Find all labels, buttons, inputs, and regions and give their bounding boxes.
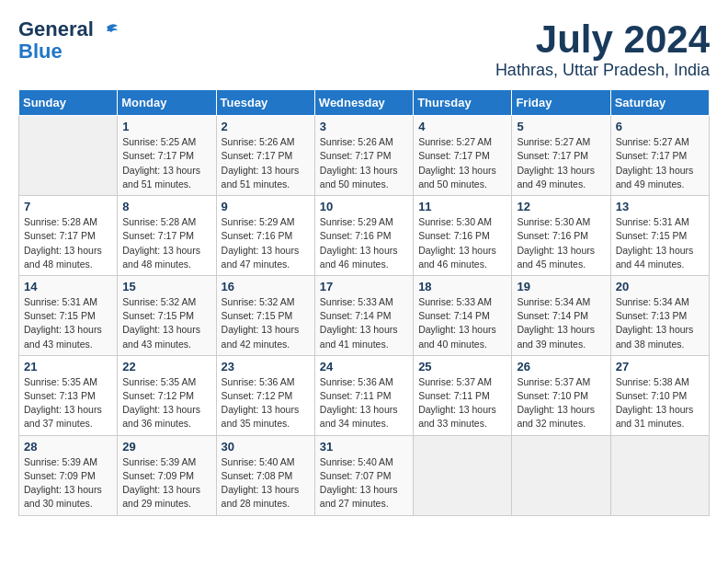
calendar-week-row: 21Sunrise: 5:35 AMSunset: 7:13 PMDayligh… xyxy=(19,355,710,435)
day-number: 19 xyxy=(517,280,605,293)
day-info: Sunrise: 5:27 AMSunset: 7:17 PMDaylight:… xyxy=(517,135,605,191)
day-info: Sunrise: 5:25 AMSunset: 7:17 PMDaylight:… xyxy=(122,135,210,191)
day-number: 31 xyxy=(320,440,408,454)
day-info: Sunrise: 5:27 AMSunset: 7:17 PMDaylight:… xyxy=(418,135,506,191)
day-number: 29 xyxy=(122,440,210,454)
day-info: Sunrise: 5:32 AMSunset: 7:15 PMDaylight:… xyxy=(122,295,210,351)
calendar-week-row: 28Sunrise: 5:39 AMSunset: 7:09 PMDayligh… xyxy=(19,435,710,515)
day-number: 27 xyxy=(616,360,704,373)
col-saturday: Saturday xyxy=(610,90,709,116)
day-number: 14 xyxy=(24,280,112,293)
day-info: Sunrise: 5:27 AMSunset: 7:17 PMDaylight:… xyxy=(616,135,704,191)
table-row: 22Sunrise: 5:35 AMSunset: 7:12 PMDayligh… xyxy=(118,355,216,435)
table-row: 17Sunrise: 5:33 AMSunset: 7:14 PMDayligh… xyxy=(314,275,413,355)
calendar-week-row: 14Sunrise: 5:31 AMSunset: 7:15 PMDayligh… xyxy=(19,275,710,355)
table-row: 5Sunrise: 5:27 AMSunset: 7:17 PMDaylight… xyxy=(512,116,610,196)
day-number: 10 xyxy=(320,200,408,213)
logo-blue: Blue xyxy=(18,40,63,63)
day-info: Sunrise: 5:37 AMSunset: 7:10 PMDaylight:… xyxy=(517,375,605,431)
logo-general: General xyxy=(18,17,94,40)
col-wednesday: Wednesday xyxy=(314,90,413,116)
table-row xyxy=(414,435,512,515)
table-row: 16Sunrise: 5:32 AMSunset: 7:15 PMDayligh… xyxy=(216,275,314,355)
day-info: Sunrise: 5:30 AMSunset: 7:16 PMDaylight:… xyxy=(418,215,506,271)
day-number: 17 xyxy=(320,280,408,293)
day-info: Sunrise: 5:35 AMSunset: 7:13 PMDaylight:… xyxy=(24,375,112,431)
col-monday: Monday xyxy=(118,90,216,116)
page-header: General Blue July 2024 Hathras, Uttar Pr… xyxy=(18,18,710,80)
table-row: 27Sunrise: 5:38 AMSunset: 7:10 PMDayligh… xyxy=(610,355,709,435)
table-row: 13Sunrise: 5:31 AMSunset: 7:15 PMDayligh… xyxy=(610,196,709,276)
day-number: 2 xyxy=(222,120,310,133)
title-block: July 2024 Hathras, Uttar Pradesh, India xyxy=(495,18,710,80)
table-row xyxy=(610,435,709,515)
table-row: 26Sunrise: 5:37 AMSunset: 7:10 PMDayligh… xyxy=(512,355,610,435)
day-number: 20 xyxy=(616,280,704,293)
col-thursday: Thursday xyxy=(414,90,512,116)
table-row: 7Sunrise: 5:28 AMSunset: 7:17 PMDaylight… xyxy=(19,196,118,276)
table-row: 8Sunrise: 5:28 AMSunset: 7:17 PMDaylight… xyxy=(118,196,216,276)
day-number: 25 xyxy=(418,360,506,373)
day-number: 23 xyxy=(222,360,310,373)
day-number: 22 xyxy=(122,360,210,373)
day-info: Sunrise: 5:36 AMSunset: 7:11 PMDaylight:… xyxy=(320,375,408,431)
col-friday: Friday xyxy=(512,90,610,116)
day-info: Sunrise: 5:29 AMSunset: 7:16 PMDaylight:… xyxy=(320,215,408,271)
day-number: 24 xyxy=(320,360,408,373)
day-number: 6 xyxy=(616,120,704,133)
day-number: 15 xyxy=(122,280,210,293)
day-info: Sunrise: 5:40 AMSunset: 7:07 PMDaylight:… xyxy=(320,455,408,511)
day-number: 18 xyxy=(418,280,506,293)
day-info: Sunrise: 5:31 AMSunset: 7:15 PMDaylight:… xyxy=(616,215,704,271)
table-row: 24Sunrise: 5:36 AMSunset: 7:11 PMDayligh… xyxy=(314,355,413,435)
day-info: Sunrise: 5:33 AMSunset: 7:14 PMDaylight:… xyxy=(418,295,506,351)
table-row: 1Sunrise: 5:25 AMSunset: 7:17 PMDaylight… xyxy=(118,116,216,196)
table-row: 20Sunrise: 5:34 AMSunset: 7:13 PMDayligh… xyxy=(610,275,709,355)
day-info: Sunrise: 5:37 AMSunset: 7:11 PMDaylight:… xyxy=(418,375,506,431)
day-info: Sunrise: 5:26 AMSunset: 7:17 PMDaylight:… xyxy=(320,135,408,191)
day-number: 26 xyxy=(517,360,605,373)
day-number: 11 xyxy=(418,200,506,213)
day-number: 4 xyxy=(418,120,506,133)
day-number: 3 xyxy=(320,120,408,133)
day-info: Sunrise: 5:38 AMSunset: 7:10 PMDaylight:… xyxy=(616,375,704,431)
table-row: 9Sunrise: 5:29 AMSunset: 7:16 PMDaylight… xyxy=(216,196,314,276)
table-row: 11Sunrise: 5:30 AMSunset: 7:16 PMDayligh… xyxy=(414,196,512,276)
location-title: Hathras, Uttar Pradesh, India xyxy=(495,61,710,80)
table-row: 29Sunrise: 5:39 AMSunset: 7:09 PMDayligh… xyxy=(118,435,216,515)
calendar-table: Sunday Monday Tuesday Wednesday Thursday… xyxy=(18,89,710,515)
table-row: 28Sunrise: 5:39 AMSunset: 7:09 PMDayligh… xyxy=(19,435,118,515)
day-info: Sunrise: 5:31 AMSunset: 7:15 PMDaylight:… xyxy=(24,295,112,351)
day-info: Sunrise: 5:26 AMSunset: 7:17 PMDaylight:… xyxy=(222,135,310,191)
calendar-week-row: 1Sunrise: 5:25 AMSunset: 7:17 PMDaylight… xyxy=(19,116,710,196)
table-row: 10Sunrise: 5:29 AMSunset: 7:16 PMDayligh… xyxy=(314,196,413,276)
table-row: 21Sunrise: 5:35 AMSunset: 7:13 PMDayligh… xyxy=(19,355,118,435)
day-info: Sunrise: 5:32 AMSunset: 7:15 PMDaylight:… xyxy=(222,295,310,351)
day-info: Sunrise: 5:28 AMSunset: 7:17 PMDaylight:… xyxy=(122,215,210,271)
day-info: Sunrise: 5:28 AMSunset: 7:17 PMDaylight:… xyxy=(24,215,112,271)
day-info: Sunrise: 5:35 AMSunset: 7:12 PMDaylight:… xyxy=(122,375,210,431)
day-number: 8 xyxy=(122,200,210,213)
table-row: 18Sunrise: 5:33 AMSunset: 7:14 PMDayligh… xyxy=(414,275,512,355)
day-info: Sunrise: 5:33 AMSunset: 7:14 PMDaylight:… xyxy=(320,295,408,351)
table-row: 31Sunrise: 5:40 AMSunset: 7:07 PMDayligh… xyxy=(314,435,413,515)
day-number: 16 xyxy=(222,280,310,293)
day-number: 9 xyxy=(222,200,310,213)
table-row: 3Sunrise: 5:26 AMSunset: 7:17 PMDaylight… xyxy=(314,116,413,196)
calendar-week-row: 7Sunrise: 5:28 AMSunset: 7:17 PMDaylight… xyxy=(19,196,710,276)
day-info: Sunrise: 5:36 AMSunset: 7:12 PMDaylight:… xyxy=(222,375,310,431)
table-row: 19Sunrise: 5:34 AMSunset: 7:14 PMDayligh… xyxy=(512,275,610,355)
day-number: 1 xyxy=(122,120,210,133)
table-row: 6Sunrise: 5:27 AMSunset: 7:17 PMDaylight… xyxy=(610,116,709,196)
table-row: 12Sunrise: 5:30 AMSunset: 7:16 PMDayligh… xyxy=(512,196,610,276)
day-number: 12 xyxy=(517,200,605,213)
day-info: Sunrise: 5:39 AMSunset: 7:09 PMDaylight:… xyxy=(24,455,112,511)
table-row: 23Sunrise: 5:36 AMSunset: 7:12 PMDayligh… xyxy=(216,355,314,435)
logo-bird-icon xyxy=(101,23,119,38)
day-info: Sunrise: 5:39 AMSunset: 7:09 PMDaylight:… xyxy=(122,455,210,511)
day-number: 5 xyxy=(517,120,605,133)
logo: General Blue xyxy=(18,18,119,63)
table-row: 14Sunrise: 5:31 AMSunset: 7:15 PMDayligh… xyxy=(19,275,118,355)
col-tuesday: Tuesday xyxy=(216,90,314,116)
table-row: 15Sunrise: 5:32 AMSunset: 7:15 PMDayligh… xyxy=(118,275,216,355)
